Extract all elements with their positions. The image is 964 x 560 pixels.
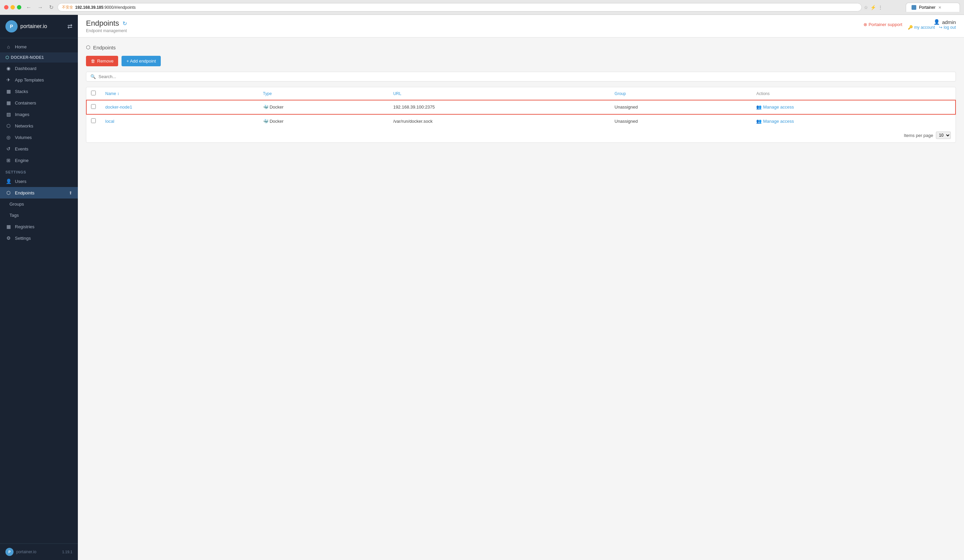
- sidebar-item-label: Home: [15, 44, 27, 49]
- table-row: local 🐳 Docker /var/run/docker.sock Unas…: [86, 114, 956, 128]
- page-subtitle: Endpoint management: [86, 28, 127, 33]
- sidebar-item-containers[interactable]: ▦ Containers: [0, 97, 78, 109]
- sidebar-item-label: Registries: [15, 224, 34, 229]
- sidebar-item-registries[interactable]: ▦ Registries: [0, 221, 78, 232]
- stacks-icon: ▦: [5, 89, 11, 94]
- add-endpoint-button[interactable]: + Add endpoint: [122, 56, 160, 66]
- endpoint-icon: ⬡: [5, 55, 9, 60]
- home-icon: ⌂: [5, 44, 11, 49]
- sidebar-item-dashboard[interactable]: ◉ Dashboard: [0, 63, 78, 74]
- select-all-header: [86, 87, 101, 100]
- app-templates-icon: ✈: [5, 77, 11, 83]
- menu-icon[interactable]: ⋮: [878, 5, 883, 10]
- sidebar-logo: P portainer.io ⇄: [0, 15, 78, 38]
- header-right: ⊗ Portainer support 👤 admin 🔑 my account: [863, 19, 956, 30]
- type-column-header[interactable]: Type: [258, 87, 389, 100]
- active-tab[interactable]: Portainer ✕: [906, 3, 960, 12]
- bookmark-icon[interactable]: ☆: [864, 5, 868, 10]
- sidebar-item-events[interactable]: ↺ Events: [0, 143, 78, 154]
- sidebar-item-groups[interactable]: Groups: [0, 198, 78, 209]
- maximize-window-button[interactable]: [17, 5, 21, 10]
- tab-close-button[interactable]: ✕: [938, 5, 941, 10]
- registries-icon: ▦: [5, 224, 11, 229]
- logout-icon: ↪: [939, 25, 942, 30]
- sidebar-item-stacks[interactable]: ▦ Stacks: [0, 86, 78, 97]
- sidebar-item-app-templates[interactable]: ✈ App Templates: [0, 74, 78, 86]
- endpoints-arrow-icon: ⬆: [69, 190, 72, 195]
- header-title-row: Endpoints ↻: [86, 19, 127, 28]
- users-icon: 👤: [5, 179, 11, 184]
- manage-access-icon: 👥: [756, 119, 762, 124]
- sidebar-item-tags[interactable]: Tags: [0, 209, 78, 221]
- back-button[interactable]: ←: [24, 4, 34, 11]
- sidebar-item-label: Engine: [15, 158, 28, 163]
- refresh-button[interactable]: ↻: [122, 20, 127, 27]
- sidebar-item-endpoints[interactable]: ⬡ Endpoints ⬆: [0, 187, 78, 198]
- endpoints-table: Name ↕ Type URL Group Actions: [86, 87, 956, 128]
- dashboard-icon: ◉: [5, 66, 11, 71]
- header-left: Endpoints ↻ Endpoint management: [86, 19, 127, 33]
- support-icon: ⊗: [863, 22, 867, 27]
- docker-icon: 🐳: [263, 104, 270, 110]
- sidebar-item-users[interactable]: 👤 Users: [0, 175, 78, 187]
- extension-icon[interactable]: ⚡: [870, 5, 876, 10]
- sidebar-footer: P portainer.io 1.19.1: [0, 544, 78, 560]
- tab-favicon: [912, 5, 916, 10]
- address-box[interactable]: 不安全 192.168.39.185:9000/#/endpoints: [57, 3, 862, 11]
- search-icon: 🔍: [90, 74, 96, 79]
- sidebar-item-label: Images: [15, 112, 29, 117]
- sidebar-item-home[interactable]: ⌂ Home: [0, 41, 78, 52]
- endpoint-actions-cell: 👥 Manage access: [751, 114, 956, 128]
- transfer-icon[interactable]: ⇄: [67, 23, 72, 30]
- select-all-checkbox[interactable]: [91, 91, 96, 95]
- window-controls: [4, 5, 21, 10]
- endpoint-name: DOCKER-NODE1: [11, 55, 44, 60]
- tab-title: Portainer: [919, 5, 936, 10]
- endpoint-type-cell: 🐳 Docker: [258, 114, 389, 128]
- items-per-page-select[interactable]: 10 25 50: [936, 131, 951, 139]
- row-select-cell: [86, 100, 101, 114]
- endpoint-group-cell: Unassigned: [610, 100, 752, 114]
- group-column-header[interactable]: Group: [610, 87, 752, 100]
- remove-button[interactable]: 🗑 Remove: [86, 56, 118, 66]
- row-checkbox[interactable]: [91, 104, 96, 109]
- table-body: docker-node1 🐳 Docker 192.168.39.100:237…: [86, 100, 956, 128]
- endpoint-url-cell: 192.168.39.100:2375: [389, 100, 610, 114]
- support-link[interactable]: ⊗ Portainer support: [863, 22, 902, 27]
- minimize-window-button[interactable]: [10, 5, 15, 10]
- close-window-button[interactable]: [4, 5, 8, 10]
- content-area: ⬡ Endpoints 🗑 Remove + Add endpoint 🔍: [78, 37, 964, 560]
- sidebar-item-images[interactable]: ▨ Images: [0, 109, 78, 120]
- forward-button[interactable]: →: [36, 4, 45, 11]
- my-account-link[interactable]: 🔑 my account: [908, 25, 935, 30]
- endpoint-name-link[interactable]: docker-node1: [105, 104, 132, 110]
- sidebar-item-label: Groups: [10, 201, 24, 207]
- search-input[interactable]: [98, 74, 951, 79]
- url-column-header[interactable]: URL: [389, 87, 610, 100]
- sidebar-item-volumes[interactable]: ◎ Volumes: [0, 131, 78, 143]
- endpoints-icon: ⬡: [5, 190, 11, 195]
- security-warning: 不安全: [62, 5, 73, 10]
- page-title: Endpoints: [86, 19, 119, 28]
- manage-access-button[interactable]: 👥 Manage access: [756, 119, 794, 124]
- sidebar-item-label: App Templates: [15, 78, 44, 83]
- sidebar-item-networks[interactable]: ⬡ Networks: [0, 120, 78, 131]
- manage-access-icon: 👥: [756, 104, 762, 110]
- admin-avatar-icon: 👤: [933, 19, 940, 25]
- log-out-link[interactable]: ↪ log out: [939, 25, 956, 30]
- sidebar-item-settings[interactable]: ⚙ Settings: [0, 232, 78, 244]
- row-checkbox[interactable]: [91, 118, 96, 123]
- items-per-page-label: Items per page: [904, 133, 933, 138]
- reload-button[interactable]: ↻: [47, 3, 55, 11]
- manage-access-button[interactable]: 👥 Manage access: [756, 104, 794, 110]
- sidebar-item-label: Endpoints: [15, 190, 34, 195]
- table-row: docker-node1 🐳 Docker 192.168.39.100:237…: [86, 100, 956, 114]
- endpoint-name-link[interactable]: local: [105, 119, 114, 124]
- name-column-header[interactable]: Name ↕: [101, 87, 258, 100]
- endpoint-group-cell: Unassigned: [610, 114, 752, 128]
- browser-toolbar: ← → ↻ 不安全 192.168.39.185:9000/#/endpoint…: [4, 3, 960, 12]
- sidebar-item-label: Dashboard: [15, 66, 37, 71]
- sidebar-item-engine[interactable]: ⊞ Engine: [0, 154, 78, 166]
- admin-section: 👤 admin 🔑 my account ↪ log out: [908, 19, 956, 30]
- sidebar-item-label: Networks: [15, 123, 33, 128]
